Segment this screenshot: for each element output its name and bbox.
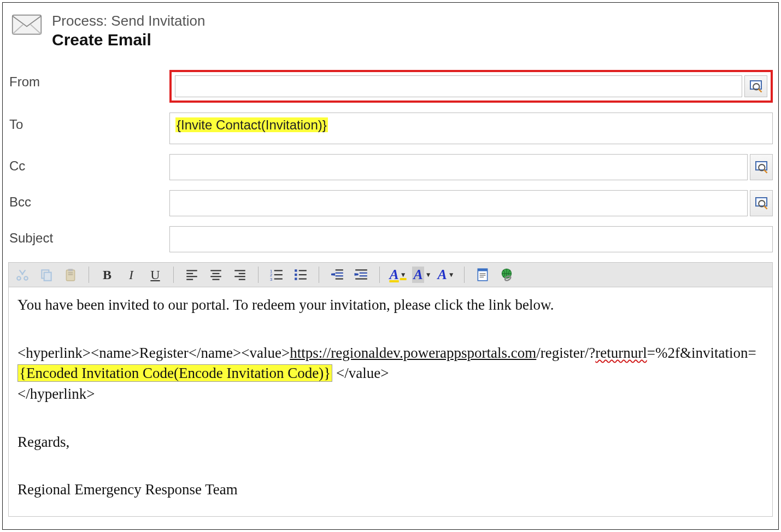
label-bcc: Bcc: [8, 190, 169, 210]
bcc-lookup-button[interactable]: [750, 190, 773, 216]
form-header: Process: Send Invitation Create Email: [8, 13, 773, 49]
email-form-window: Process: Send Invitation Create Email Fr…: [2, 2, 779, 530]
row-bcc: Bcc: [8, 190, 773, 216]
row-cc: Cc: [8, 154, 773, 180]
underline-button[interactable]: U: [146, 266, 165, 283]
toolbar-separator: [258, 267, 259, 283]
paste-icon[interactable]: [61, 266, 80, 283]
to-input[interactable]: {Invite Contact(Invitation)}: [169, 113, 773, 144]
toolbar-separator: [379, 267, 380, 283]
insert-template-icon[interactable]: [473, 266, 492, 283]
label-cc: Cc: [8, 154, 169, 174]
row-to: To {Invite Contact(Invitation)}: [8, 113, 773, 144]
toolbar-separator: [464, 267, 465, 283]
body-hyperlink-block: <hyperlink><name>Register</name><value>h…: [17, 343, 764, 405]
svg-marker-54: [355, 274, 358, 275]
bcc-input[interactable]: [169, 190, 748, 216]
svg-point-13: [17, 276, 21, 280]
toolbar-separator: [319, 267, 319, 283]
page-title: Create Email: [52, 31, 205, 49]
from-input[interactable]: [175, 75, 742, 97]
invitation-code-token[interactable]: {Encoded Invitation Code(Encode Invitati…: [17, 364, 332, 382]
svg-rect-16: [44, 273, 51, 281]
svg-rect-18: [68, 269, 73, 271]
toolbar-separator: [89, 267, 89, 283]
cc-lookup-button[interactable]: [750, 154, 773, 180]
email-body-editor[interactable]: You have been invited to our portal. To …: [8, 287, 773, 517]
align-left-icon[interactable]: [183, 266, 201, 283]
align-right-icon[interactable]: [231, 266, 249, 283]
text-highlight-color-button[interactable]: A▼: [389, 266, 407, 283]
svg-rect-39: [295, 269, 297, 271]
svg-marker-49: [331, 274, 334, 275]
indent-icon[interactable]: [352, 266, 371, 283]
body-regards: Regards,: [17, 432, 764, 453]
rte-toolbar: B I U 123 A▼ A▼ A▼: [8, 262, 773, 287]
label-from: From: [8, 70, 169, 90]
toolbar-separator: [173, 267, 174, 283]
body-empty-line: [17, 408, 764, 429]
label-subject: Subject: [8, 226, 169, 246]
svg-text:3: 3: [270, 277, 272, 282]
svg-point-14: [24, 276, 28, 280]
numbered-list-icon[interactable]: 123: [267, 266, 286, 283]
italic-button[interactable]: I: [122, 266, 140, 283]
svg-rect-56: [478, 269, 487, 271]
svg-rect-17: [66, 270, 74, 280]
text-background-color-button[interactable]: A▼: [413, 266, 431, 283]
align-center-icon[interactable]: [207, 266, 225, 283]
svg-rect-20: [68, 274, 73, 275]
font-color-button[interactable]: A▼: [437, 266, 455, 283]
from-lookup-button[interactable]: [744, 75, 767, 97]
body-signature: Regional Emergency Response Team: [17, 480, 764, 500]
label-to: To: [8, 113, 169, 132]
row-subject: Subject: [8, 226, 773, 252]
body-empty-line: [17, 456, 764, 477]
envelope-icon: [11, 13, 42, 37]
process-name: Process: Send Invitation: [52, 13, 205, 29]
svg-rect-19: [68, 273, 73, 274]
svg-rect-40: [295, 274, 297, 276]
body-empty-line: [17, 319, 764, 340]
insert-hyperlink-icon[interactable]: [497, 266, 516, 283]
svg-rect-41: [295, 277, 297, 280]
cc-input[interactable]: [169, 154, 748, 180]
svg-rect-0: [13, 15, 42, 34]
bold-button[interactable]: B: [98, 266, 116, 283]
to-contact-token[interactable]: {Invite Contact(Invitation)}: [175, 117, 328, 132]
outdent-icon[interactable]: [328, 266, 347, 283]
cut-icon[interactable]: [13, 266, 32, 283]
row-from: From: [8, 70, 773, 103]
bullet-list-icon[interactable]: [291, 266, 310, 283]
copy-icon[interactable]: [37, 266, 56, 283]
subject-input[interactable]: [169, 226, 773, 252]
body-line-intro: You have been invited to our portal. To …: [17, 295, 764, 316]
from-highlight-box: [169, 70, 773, 103]
